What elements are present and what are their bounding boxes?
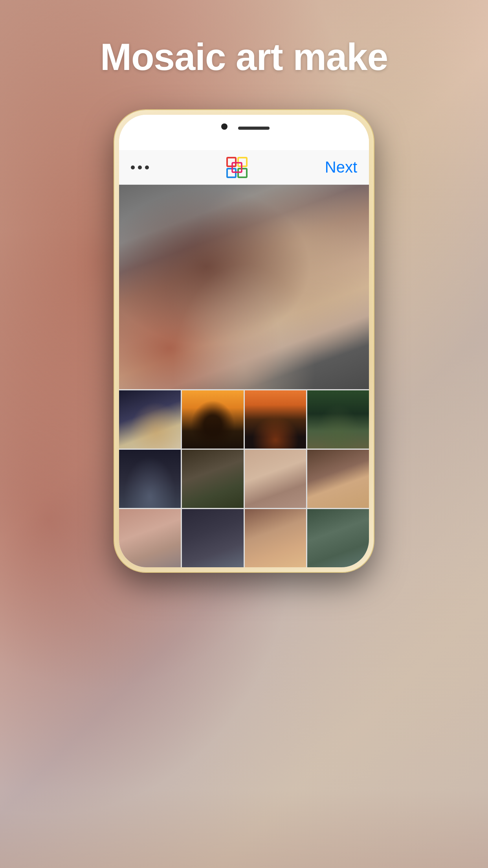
phone-outer-shell: Next — [114, 110, 374, 572]
list-item[interactable] — [307, 450, 369, 508]
phone-screen: Next — [119, 115, 369, 567]
list-item[interactable] — [182, 509, 244, 567]
svg-rect-3 — [238, 169, 247, 177]
logo-svg — [225, 156, 249, 179]
list-item[interactable] — [119, 509, 181, 567]
phone-mockup: Next — [114, 110, 374, 572]
list-item[interactable] — [307, 509, 369, 567]
dot-1 — [131, 166, 135, 169]
front-camera — [221, 123, 227, 130]
list-item[interactable] — [245, 390, 306, 449]
app-navbar: Next — [119, 150, 369, 185]
svg-rect-0 — [227, 158, 236, 166]
photo-overlay — [119, 185, 369, 389]
list-item[interactable] — [182, 450, 244, 508]
list-item[interactable] — [182, 390, 244, 449]
list-item[interactable] — [307, 390, 369, 449]
list-item[interactable] — [119, 450, 181, 508]
menu-dots[interactable] — [131, 166, 149, 169]
dot-3 — [145, 166, 149, 169]
list-item[interactable] — [245, 450, 306, 508]
svg-rect-1 — [238, 158, 247, 166]
phone-speaker — [238, 127, 270, 130]
svg-rect-2 — [227, 169, 236, 177]
phone-top-hardware — [119, 115, 369, 150]
next-button[interactable]: Next — [325, 158, 357, 176]
list-item[interactable] — [245, 509, 306, 567]
dot-2 — [138, 166, 142, 169]
bottom-area — [0, 789, 488, 868]
main-photo-display — [119, 185, 369, 389]
thumbnail-grid — [119, 389, 369, 567]
svg-rect-4 — [232, 163, 242, 172]
page-title: Mosaic art make — [0, 35, 488, 79]
app-logo-icon — [225, 156, 249, 179]
list-item[interactable] — [119, 390, 181, 449]
